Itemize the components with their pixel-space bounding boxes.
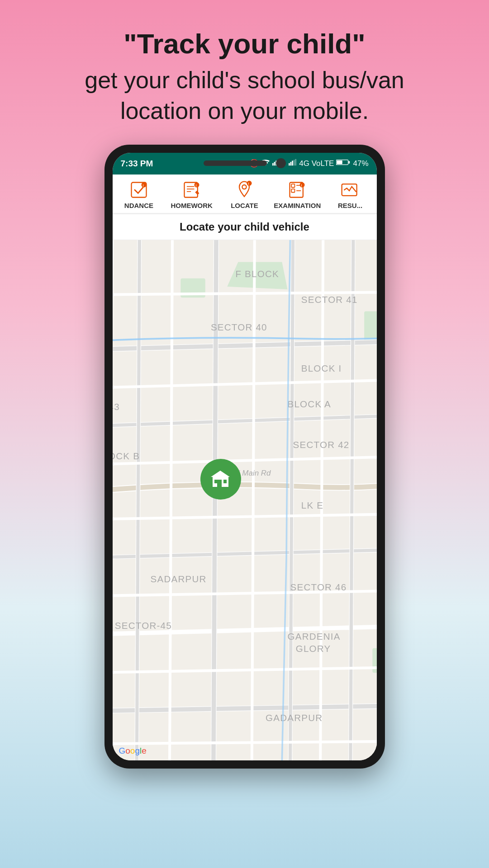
svg-text:!: ! — [248, 182, 249, 186]
svg-rect-86 — [214, 480, 218, 483]
status-time: 7:33 PM — [121, 159, 153, 169]
svg-rect-33 — [113, 240, 377, 760]
svg-text:GLORY: GLORY — [295, 643, 331, 654]
svg-rect-12 — [337, 160, 342, 164]
svg-marker-83 — [211, 471, 230, 477]
svg-text:GADARPUR: GADARPUR — [266, 712, 323, 722]
svg-text:!: ! — [142, 183, 143, 187]
tab-result[interactable]: RESU... — [324, 175, 377, 213]
svg-text:!: ! — [301, 183, 302, 187]
svg-point-20 — [194, 182, 199, 187]
battery-percent: 47% — [353, 159, 368, 168]
tab-examination-label: EXAMINATION — [273, 202, 322, 209]
svg-text:OR 43: OR 43 — [113, 401, 120, 411]
svg-rect-6 — [290, 162, 292, 165]
google-e: e — [142, 746, 147, 755]
phone-camera — [276, 158, 286, 168]
svg-text:SECTOR-45: SECTOR-45 — [114, 620, 171, 631]
nav-tabs: ! NDANCE ! HOMEWORK — [113, 175, 377, 214]
svg-point-30 — [300, 182, 305, 187]
svg-rect-8 — [294, 160, 295, 166]
google-o2: o — [130, 746, 135, 755]
svg-text:LK E: LK E — [301, 500, 323, 510]
phone-top-bar — [204, 158, 286, 168]
svg-text:SADARPUR: SADARPUR — [150, 574, 206, 584]
phone-speaker — [204, 160, 267, 166]
phone-frame: 7:33 PM 0.48K/s 🔕 — [104, 145, 385, 769]
svg-point-22 — [242, 185, 247, 189]
map-svg: F BLOCK SECTOR 41 SECTOR 40 BLOCK I OR 4… — [113, 240, 377, 760]
svg-rect-26 — [291, 184, 294, 187]
location-marker — [200, 459, 241, 500]
google-logo: Google — [119, 746, 147, 756]
tab-attendance[interactable]: ! NDANCE — [113, 175, 166, 213]
page-title: Locate your child vehicle — [113, 214, 377, 240]
tab-locate[interactable]: ! LOCATE — [218, 175, 271, 213]
svg-rect-9 — [295, 159, 297, 165]
svg-text:SECTOR 46: SECTOR 46 — [290, 582, 347, 592]
svg-rect-85 — [217, 480, 222, 487]
svg-text:BLOCK B: BLOCK B — [113, 450, 140, 461]
svg-text:SECTOR 41: SECTOR 41 — [301, 294, 357, 305]
tagline-title: "Track your child" — [85, 27, 404, 61]
tab-homework[interactable]: ! HOMEWORK — [165, 175, 218, 213]
svg-text:GARDENIA: GARDENIA — [287, 631, 340, 642]
tagline-subtitle: get your child's school bus/vanlocation … — [85, 65, 404, 126]
svg-text:SECTOR 40: SECTOR 40 — [210, 321, 267, 332]
svg-rect-27 — [291, 189, 294, 192]
google-g2: g — [135, 746, 140, 755]
svg-text:!: ! — [195, 183, 196, 187]
battery-icon — [336, 159, 351, 168]
network-label: 4G VoLTE — [299, 159, 334, 168]
svg-rect-11 — [349, 161, 350, 163]
svg-line-50 — [213, 240, 216, 760]
tab-homework-label: HOMEWORK — [167, 202, 216, 209]
tab-result-label: RESU... — [326, 202, 375, 209]
svg-rect-7 — [292, 160, 293, 165]
svg-text:F BLOCK: F BLOCK — [235, 269, 279, 279]
phone-screen: 7:33 PM 0.48K/s 🔕 — [113, 153, 377, 760]
map-container[interactable]: F BLOCK SECTOR 41 SECTOR 40 BLOCK I OR 4… — [113, 240, 377, 760]
google-g: G — [119, 746, 126, 755]
signal2-icon — [289, 159, 297, 168]
school-icon — [208, 467, 233, 492]
tab-locate-label: LOCATE — [220, 202, 269, 209]
tagline-section: "Track your child" get your child's scho… — [48, 0, 441, 145]
svg-text:SECTOR 42: SECTOR 42 — [293, 439, 349, 450]
svg-rect-5 — [289, 163, 290, 165]
tab-examination[interactable]: ! EXAMINATION — [271, 175, 324, 213]
svg-rect-87 — [223, 480, 227, 483]
svg-point-23 — [247, 180, 252, 185]
google-o1: o — [125, 746, 130, 755]
svg-point-14 — [141, 182, 146, 187]
tab-attendance-label: NDANCE — [114, 202, 164, 209]
svg-text:BLOCK I: BLOCK I — [301, 363, 342, 373]
marker-circle — [200, 459, 241, 500]
svg-text:BLOCK A: BLOCK A — [287, 398, 331, 409]
